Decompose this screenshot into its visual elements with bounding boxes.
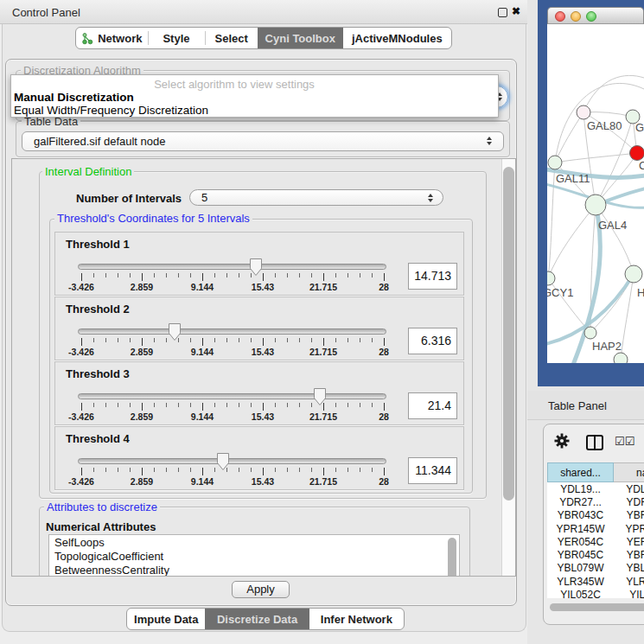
table-data-combobox[interactable]: galFiltered.sif default node <box>22 131 504 151</box>
spinner-arrows-icon <box>428 194 434 202</box>
table-row[interactable]: YBR043CYBR043C <box>547 509 644 522</box>
node-label-gal80: GAL80 <box>587 119 622 132</box>
tab-infer-network[interactable]: Infer Network <box>309 609 404 629</box>
threshold-1-slider-thumb[interactable] <box>249 258 263 277</box>
list-item[interactable]: SelfLoops <box>49 536 459 549</box>
interval-definition-label: Interval Definition <box>42 166 134 177</box>
zoom-traffic-light[interactable] <box>586 11 596 22</box>
algorithm-dropdown-popup: Select algorithm to view settings Manual… <box>10 74 499 118</box>
tab-jactivemnodules-label: jActiveMNodules <box>352 32 443 45</box>
column-header-name[interactable]: name <box>614 462 644 482</box>
network-window-titlebar <box>547 7 644 24</box>
threshold-4-panel: Threshold 4 -3.4262.8599.14415.4321.7152… <box>54 426 464 490</box>
list-item[interactable]: TopologicalCoefficient <box>49 550 459 563</box>
tab-network[interactable]: Network <box>76 28 148 48</box>
node-selected-red[interactable] <box>630 146 644 161</box>
column-header-shared-name[interactable]: shared... <box>547 462 614 482</box>
table-row[interactable]: YBL079WYBL079W <box>547 562 644 575</box>
bottom-tabbar: Impute Data Discretize Data Infer Networ… <box>126 608 405 630</box>
table-hscrollbar[interactable] <box>548 603 644 611</box>
threshold-4-value[interactable]: 11.344 <box>408 457 457 484</box>
node-label-gcy1: GCY1 <box>547 286 573 299</box>
number-of-intervals-label: Number of Intervals <box>76 192 182 205</box>
dropdown-option-equal-width[interactable]: Equal Width/Frequency Discretization <box>14 104 208 117</box>
threshold-3-panel: Threshold 3 -3.4262.8599.14415.4321.7152… <box>54 361 464 425</box>
tab-cyni-toolbox[interactable]: Cyni Toolbox <box>258 28 343 48</box>
number-of-intervals-value: 5 <box>201 191 207 204</box>
node-label-h: H <box>637 286 644 299</box>
node-gcy1[interactable] <box>547 271 555 285</box>
tab-style[interactable]: Style <box>148 28 206 48</box>
threshold-3-slider-thumb[interactable] <box>313 387 327 406</box>
threshold-2-panel: Threshold 2 -3.4262.8599.14415.4321.7152… <box>54 296 464 360</box>
network-canvas[interactable]: GAL80 G C GAL11 GAL4 GCY1 H HAP2 <box>547 24 644 363</box>
tab-discretize-data-label: Discretize Data <box>217 613 297 626</box>
gear-icon[interactable] <box>554 433 570 449</box>
node-gal80[interactable] <box>577 105 590 119</box>
node-h[interactable] <box>625 265 642 283</box>
node-table: shared... name YDL19...YDL194W YDR27...Y… <box>547 462 644 598</box>
threshold-2-slider-thumb[interactable] <box>168 322 182 341</box>
number-of-intervals-spinner[interactable]: 5 <box>189 189 443 206</box>
node-hap2[interactable] <box>584 327 596 339</box>
node-gal11[interactable] <box>548 156 562 169</box>
attributes-group-label: Attributes to discretize <box>44 501 160 513</box>
table-panel-title: Table Panel <box>548 399 607 412</box>
tab-impute-data[interactable]: Impute Data <box>127 609 205 629</box>
thresholds-group-label: Threshold's Coordinates for 5 Intervals <box>54 213 252 224</box>
close-traffic-light[interactable] <box>555 11 565 22</box>
node-bottom[interactable] <box>614 353 628 363</box>
table-row[interactable]: YPR145WYPR145W <box>547 522 644 535</box>
list-scrollbar[interactable] <box>448 538 456 577</box>
network-icon <box>81 32 94 45</box>
control-panel-title: Control Panel <box>12 6 80 19</box>
dropdown-prompt[interactable]: Select algorithm to view settings <box>11 78 457 91</box>
checkbox-icons[interactable]: ☑☑ <box>615 435 634 448</box>
settings-scrollpane: Interval Definition Number of Intervals … <box>11 158 516 577</box>
table-row[interactable]: YER054CYER054C <box>547 535 644 548</box>
node-gal4[interactable] <box>585 194 606 215</box>
tab-cyni-toolbox-label: Cyni Toolbox <box>265 32 335 45</box>
table-row[interactable]: YIL052CYIL052C <box>547 588 644 598</box>
combo-arrows-icon <box>487 137 493 145</box>
tab-select-label: Select <box>215 32 248 45</box>
slider-ticks: -3.4262.8599.14415.4321.71528 <box>55 362 463 424</box>
columns-icon[interactable] <box>586 435 603 450</box>
list-item[interactable]: BetweennessCentrality <box>49 564 459 577</box>
node-label-hap2: HAP2 <box>592 340 622 353</box>
tab-select[interactable]: Select <box>205 28 258 48</box>
slider-ticks: -3.4262.8599.14415.4321.71528 <box>55 427 463 489</box>
tab-network-label: Network <box>98 32 142 45</box>
threshold-1-panel: Threshold 1 -3.4262.8599.14415.4321.7152… <box>54 232 464 296</box>
minimize-traffic-light[interactable] <box>571 11 581 22</box>
apply-button[interactable]: Apply <box>232 581 290 598</box>
dropdown-option-manual[interactable]: Manual Discretization <box>14 91 134 104</box>
tab-infer-network-label: Infer Network <box>321 613 392 626</box>
table-row[interactable]: YBR045CYBR045C <box>547 548 644 561</box>
table-panel-header: Table Panel <box>527 391 644 420</box>
table-data-combobox-value: galFiltered.sif default node <box>34 135 165 148</box>
node-label-g: G <box>635 121 644 134</box>
attributes-list[interactable]: SelfLoops TopologicalCoefficient Between… <box>48 534 460 577</box>
tab-style-label: Style <box>163 32 189 45</box>
table-row[interactable]: YDL19...YDL194W <box>547 482 644 495</box>
threshold-1-value[interactable]: 14.713 <box>408 263 457 290</box>
threshold-3-value[interactable]: 21.4 <box>408 392 457 419</box>
scrollbar-thumb[interactable] <box>503 167 514 501</box>
numerical-attributes-label: Numerical Attributes <box>46 520 156 533</box>
node-label-gal4: GAL4 <box>598 219 627 232</box>
tab-impute-data-label: Impute Data <box>134 613 198 626</box>
tab-jactivemnodules[interactable]: jActiveMNodules <box>343 28 451 48</box>
table-row[interactable]: YDR27...YDR277C <box>547 495 644 508</box>
table-row[interactable]: YLR345WYLR345W <box>547 575 644 588</box>
tab-discretize-data[interactable]: Discretize Data <box>205 609 309 629</box>
threshold-2-value[interactable]: 6.316 <box>408 328 457 354</box>
float-icon[interactable] <box>498 8 507 17</box>
node-label-gal11: GAL11 <box>556 172 590 185</box>
node-label-c: C <box>639 159 644 172</box>
close-icon[interactable]: ✖ <box>512 5 520 17</box>
slider-ticks: -3.4262.8599.14415.4321.71528 <box>55 297 463 360</box>
top-tabbar: Network Style Select Cyni Toolbox jActiv… <box>75 27 452 49</box>
threshold-4-slider-thumb[interactable] <box>216 452 230 471</box>
